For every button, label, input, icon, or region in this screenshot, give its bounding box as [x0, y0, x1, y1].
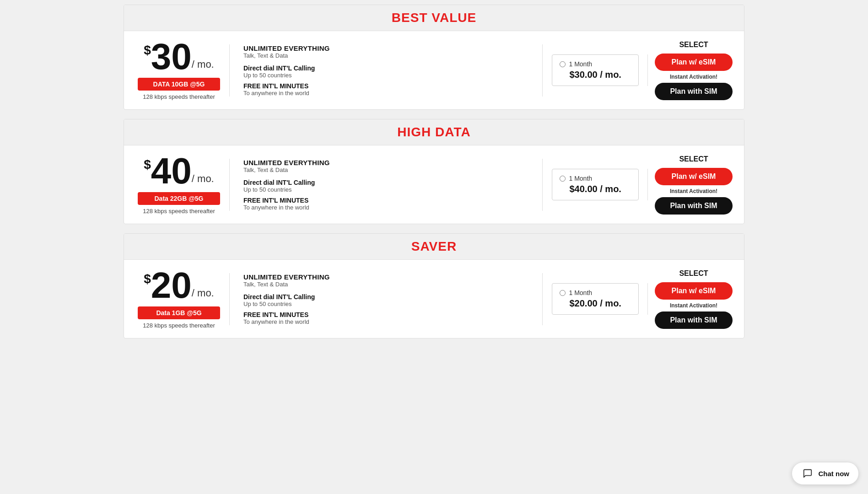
- btn-sim-best-value[interactable]: Plan with SIM: [655, 83, 733, 100]
- plan-price-section-saver: $ 20 / mo. Data 1GB @5G 128 kbps speeds …: [129, 269, 229, 329]
- month-label-text-high-data: 1 Month: [569, 175, 593, 182]
- plan-price-section-high-data: $ 40 / mo. Data 22GB @5G 128 kbps speeds…: [129, 155, 229, 215]
- price-period-saver: / mo.: [192, 288, 214, 298]
- month-option-saver[interactable]: 1 Month $20.00 / mo.: [552, 283, 639, 315]
- month-label-text-best-value: 1 Month: [569, 60, 593, 68]
- month-price-saver: $20.00 / mo.: [560, 298, 631, 309]
- chat-widget[interactable]: Chat now: [792, 462, 859, 485]
- btn-esim-high-data[interactable]: Plan w/ eSIM: [655, 168, 733, 185]
- month-radio-saver[interactable]: [560, 290, 566, 296]
- instant-text-high-data: Instant Activation!: [670, 188, 717, 194]
- plan-section-saver: SAVER $ 20 / mo. Data 1GB @5G 128 kbps s…: [124, 233, 744, 338]
- price-amount-high-data: 40: [151, 155, 192, 188]
- data-badge-best-value: DATA 10GB @5G: [138, 78, 220, 91]
- plan-section-high-data: HIGH DATA $ 40 / mo. Data 22GB @5G 128 k…: [124, 119, 744, 224]
- price-period-high-data: / mo.: [192, 174, 214, 184]
- plan-price-display-best-value: $ 30 / mo.: [144, 40, 214, 73]
- month-label-text-saver: 1 Month: [569, 289, 593, 296]
- plan-body-best-value: $ 30 / mo. DATA 10GB @5G 128 kbps speeds…: [124, 31, 744, 109]
- feature-label-2-best-value: FREE INT'L MINUTES: [243, 82, 528, 90]
- feature-desc-1-best-value: Up to 50 countries: [243, 72, 528, 79]
- plan-price-display-high-data: $ 40 / mo.: [144, 155, 214, 188]
- feature-label-1-best-value: Direct dial INT'L Calling: [243, 64, 528, 72]
- chat-label: Chat now: [819, 470, 850, 478]
- instant-text-saver: Instant Activation!: [670, 302, 717, 309]
- plan-header-best-value: BEST VALUE: [124, 5, 744, 31]
- data-badge-high-data: Data 22GB @5G: [138, 192, 220, 205]
- feature-subtitle-0-saver: Talk, Text & Data: [243, 281, 528, 288]
- btn-esim-best-value[interactable]: Plan w/ eSIM: [655, 54, 733, 71]
- feature-title-0-saver: UNLIMITED EVERYTHING: [243, 273, 528, 281]
- month-label-row-high-data: 1 Month: [560, 175, 631, 182]
- month-option-best-value[interactable]: 1 Month $30.00 / mo.: [552, 54, 639, 86]
- feature-desc-1-saver: Up to 50 countries: [243, 301, 528, 307]
- select-label-high-data: SELECT: [679, 155, 708, 163]
- btn-sim-high-data[interactable]: Plan with SIM: [655, 197, 733, 215]
- feature-desc-2-best-value: To anywhere in the world: [243, 90, 528, 97]
- price-dollar-saver: $: [144, 273, 151, 285]
- plan-selector-best-value: 1 Month $30.00 / mo.: [543, 54, 648, 86]
- price-dollar-best-value: $: [144, 44, 151, 57]
- speed-note-high-data: 128 kbps speeds thereafter: [143, 208, 215, 215]
- plan-header-saver: SAVER: [124, 234, 744, 259]
- btn-sim-saver[interactable]: Plan with SIM: [655, 311, 733, 329]
- feature-title-0-high-data: UNLIMITED EVERYTHING: [243, 159, 528, 166]
- plan-price-display-saver: $ 20 / mo.: [144, 269, 214, 302]
- plan-features-high-data: UNLIMITED EVERYTHING Talk, Text & Data D…: [229, 159, 543, 211]
- plan-body-high-data: $ 40 / mo. Data 22GB @5G 128 kbps speeds…: [124, 145, 744, 224]
- plan-features-best-value: UNLIMITED EVERYTHING Talk, Text & Data D…: [229, 44, 543, 97]
- speed-note-best-value: 128 kbps speeds thereafter: [143, 93, 215, 100]
- instant-text-best-value: Instant Activation!: [670, 74, 717, 80]
- plan-price-section-best-value: $ 30 / mo. DATA 10GB @5G 128 kbps speeds…: [129, 40, 229, 100]
- price-amount-best-value: 30: [151, 40, 192, 73]
- plan-actions-best-value: SELECT Plan w/ eSIM Instant Activation! …: [648, 41, 739, 100]
- select-label-saver: SELECT: [679, 269, 708, 278]
- feature-desc-2-high-data: To anywhere in the world: [243, 204, 528, 211]
- btn-esim-saver[interactable]: Plan w/ eSIM: [655, 282, 733, 300]
- month-option-high-data[interactable]: 1 Month $40.00 / mo.: [552, 169, 639, 200]
- feature-label-1-high-data: Direct dial INT'L Calling: [243, 179, 528, 186]
- plan-actions-high-data: SELECT Plan w/ eSIM Instant Activation! …: [648, 155, 739, 215]
- month-radio-best-value[interactable]: [560, 61, 566, 67]
- chat-icon: [801, 467, 814, 480]
- plan-section-best-value: BEST VALUE $ 30 / mo. DATA 10GB @5G 128 …: [124, 5, 744, 110]
- plan-selector-saver: 1 Month $20.00 / mo.: [543, 283, 648, 315]
- plan-actions-saver: SELECT Plan w/ eSIM Instant Activation! …: [648, 269, 739, 329]
- feature-subtitle-0-best-value: Talk, Text & Data: [243, 52, 528, 59]
- feature-label-2-saver: FREE INT'L MINUTES: [243, 311, 528, 318]
- month-radio-high-data[interactable]: [560, 176, 566, 182]
- plan-header-high-data: HIGH DATA: [124, 119, 744, 145]
- feature-label-1-saver: Direct dial INT'L Calling: [243, 293, 528, 301]
- feature-desc-2-saver: To anywhere in the world: [243, 318, 528, 325]
- feature-label-2-high-data: FREE INT'L MINUTES: [243, 197, 528, 204]
- plan-selector-high-data: 1 Month $40.00 / mo.: [543, 169, 648, 200]
- feature-title-0-best-value: UNLIMITED EVERYTHING: [243, 44, 528, 52]
- month-label-row-saver: 1 Month: [560, 289, 631, 296]
- price-amount-saver: 20: [151, 269, 192, 302]
- select-label-best-value: SELECT: [679, 41, 708, 49]
- price-period-best-value: / mo.: [192, 59, 214, 70]
- month-price-high-data: $40.00 / mo.: [560, 184, 631, 194]
- speed-note-saver: 128 kbps speeds thereafter: [143, 322, 215, 329]
- month-price-best-value: $30.00 / mo.: [560, 70, 631, 80]
- plan-body-saver: $ 20 / mo. Data 1GB @5G 128 kbps speeds …: [124, 259, 744, 338]
- month-label-row-best-value: 1 Month: [560, 60, 631, 68]
- feature-desc-1-high-data: Up to 50 countries: [243, 186, 528, 193]
- feature-subtitle-0-high-data: Talk, Text & Data: [243, 166, 528, 173]
- plan-features-saver: UNLIMITED EVERYTHING Talk, Text & Data D…: [229, 273, 543, 325]
- data-badge-saver: Data 1GB @5G: [138, 306, 220, 319]
- price-dollar-high-data: $: [144, 158, 151, 171]
- plans-container: BEST VALUE $ 30 / mo. DATA 10GB @5G 128 …: [0, 0, 868, 352]
